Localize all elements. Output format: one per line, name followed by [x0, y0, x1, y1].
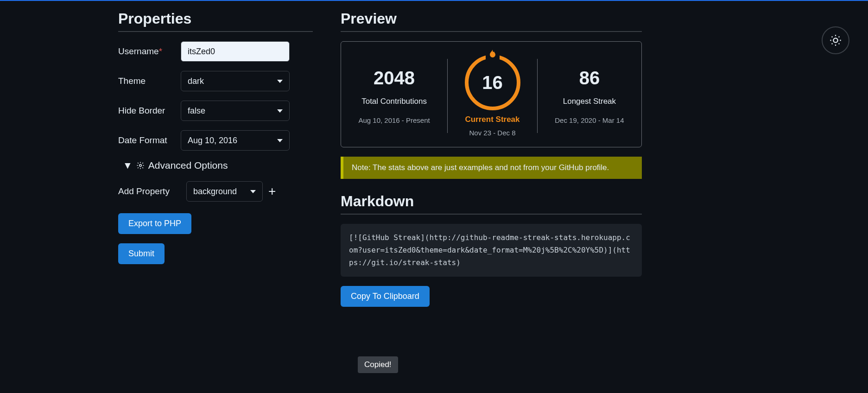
theme-select[interactable]: dark — [181, 71, 290, 91]
total-value: 2048 — [358, 68, 430, 89]
add-property-button[interactable]: + — [268, 185, 276, 198]
properties-heading: Properties — [118, 10, 313, 32]
chevron-down-icon — [250, 190, 256, 193]
chevron-down-icon — [277, 80, 283, 83]
current-value: 16 — [482, 72, 503, 93]
submit-button[interactable]: Submit — [118, 243, 165, 264]
date-format-label: Date Format — [118, 135, 181, 146]
copied-tooltip: Copied! — [358, 356, 398, 373]
longest-label: Longest Streak — [555, 97, 624, 106]
chevron-down-icon — [277, 139, 283, 142]
sun-icon — [829, 34, 842, 47]
properties-panel: Properties Username* Theme dark Hide Bor… — [118, 10, 313, 307]
copy-clipboard-button[interactable]: Copy To Clipboard — [341, 286, 430, 307]
markdown-heading: Markdown — [341, 193, 642, 215]
svg-point-0 — [139, 165, 142, 167]
current-range: Nov 23 - Dec 8 — [465, 129, 520, 137]
divider — [447, 59, 448, 133]
gear-icon — [136, 161, 145, 170]
current-streak-stat: 16 Current Streak Nov 23 - Dec 8 — [456, 55, 529, 137]
preview-panel: Preview 2048 Total Contributions Aug 10,… — [341, 10, 642, 307]
advanced-options-toggle[interactable]: ▼ Advanced Options — [123, 160, 313, 171]
longest-streak-stat: 86 Longest Streak Dec 19, 2020 - Mar 14 — [546, 68, 632, 124]
streak-ring: 16 — [465, 55, 520, 110]
chevron-down-icon — [277, 109, 283, 113]
hide-border-select[interactable]: false — [181, 101, 290, 121]
total-label: Total Contributions — [358, 97, 430, 106]
markdown-code[interactable]: [![GitHub Streak](http://github-readme-s… — [341, 224, 642, 277]
hide-border-label: Hide Border — [118, 106, 181, 116]
username-input[interactable] — [181, 41, 290, 62]
date-format-select[interactable]: Aug 10, 2016 — [181, 130, 290, 151]
preview-heading: Preview — [341, 10, 642, 32]
svg-point-1 — [833, 38, 837, 42]
streak-card: 2048 Total Contributions Aug 10, 2016 - … — [341, 41, 642, 147]
username-label: Username* — [118, 46, 181, 57]
theme-label: Theme — [118, 76, 181, 86]
export-php-button[interactable]: Export to PHP — [118, 213, 191, 234]
flame-icon — [486, 47, 500, 61]
example-note: Note: The stats above are just examples … — [341, 157, 642, 179]
current-label: Current Streak — [465, 115, 520, 124]
add-property-label: Add Property — [118, 186, 181, 196]
chevron-down-icon: ▼ — [123, 160, 133, 171]
divider — [537, 59, 538, 133]
add-property-select[interactable]: background — [186, 181, 263, 202]
total-contributions-stat: 2048 Total Contributions Aug 10, 2016 - … — [350, 68, 438, 124]
longest-value: 86 — [555, 68, 624, 89]
longest-range: Dec 19, 2020 - Mar 14 — [555, 116, 624, 124]
theme-toggle-button[interactable] — [822, 26, 849, 54]
total-range: Aug 10, 2016 - Present — [358, 116, 430, 124]
